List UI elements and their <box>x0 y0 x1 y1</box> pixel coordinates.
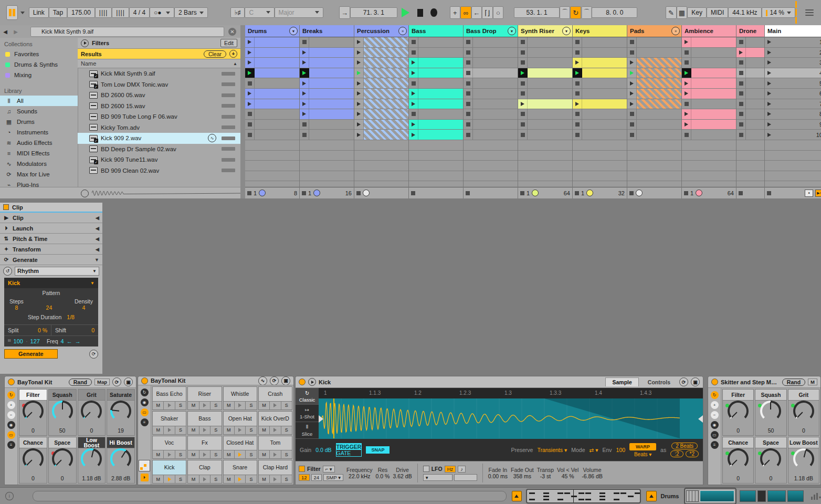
scene-launch-icon[interactable] <box>767 133 771 137</box>
knob[interactable] <box>760 448 781 469</box>
scene-slot[interactable]: 6 <box>765 89 821 99</box>
clip-launch-button[interactable] <box>409 109 418 119</box>
clip-launch-button[interactable] <box>518 78 528 88</box>
clip-slot[interactable] <box>518 99 572 110</box>
empty-slot[interactable] <box>409 151 463 161</box>
empty-slot[interactable] <box>409 161 463 171</box>
pad-solo-button[interactable]: S <box>246 450 256 458</box>
back-to-arrangement-button[interactable]: ← <box>471 6 482 19</box>
clip-slot[interactable] <box>627 58 681 68</box>
tab-controls[interactable]: Controls <box>641 378 677 386</box>
tab-sample[interactable]: Sample <box>605 377 638 386</box>
midi-overdub-button[interactable]: + <box>450 6 460 19</box>
file-row[interactable]: Kicky Tom.adv <box>78 122 240 133</box>
clip-slot[interactable] <box>682 120 736 130</box>
track-stop-icon[interactable] <box>247 191 251 195</box>
clip-launch-button[interactable] <box>409 68 418 78</box>
drum-pad-kick-overd[interactable]: Kick OverDMS <box>258 411 292 435</box>
hot-swap-icon[interactable]: ⟳ <box>679 377 688 386</box>
show-chains-icon[interactable]: ◉ <box>141 398 149 406</box>
pad-play-button[interactable] <box>270 475 281 483</box>
clip-launch-button[interactable] <box>627 109 637 119</box>
results-clear-button[interactable]: Clear <box>204 50 226 58</box>
play-button[interactable] <box>402 8 409 17</box>
track-dropdown-icon[interactable]: ▼ <box>508 27 516 35</box>
empty-slot[interactable] <box>354 140 408 151</box>
file-row[interactable]: Kick 909 2.wav∿ <box>78 133 240 144</box>
file-row[interactable]: Kick Mkit Synth 9.aif <box>78 68 240 79</box>
filter-toggle[interactable] <box>299 466 305 472</box>
clip-launch-button[interactable] <box>464 48 473 58</box>
empty-slot[interactable] <box>627 151 681 161</box>
filter-source-select[interactable]: SMP ▾ <box>323 474 343 481</box>
remove-macro-icon[interactable]: − <box>7 411 15 419</box>
mode-classic[interactable]: ↻Classic <box>296 388 319 405</box>
hot-swap-icon[interactable]: ⟳ <box>112 377 121 386</box>
empty-slot[interactable] <box>300 171 354 182</box>
clip-launch-button[interactable] <box>682 120 691 130</box>
clip-slot[interactable] <box>682 99 736 110</box>
sample-ruler[interactable]: 11.1.31.21.2.31.31.3.31.41.4.3 <box>319 388 703 398</box>
clip-slot[interactable] <box>573 99 627 110</box>
track-stop-icon[interactable] <box>684 191 688 195</box>
clip-tab[interactable]: Clip <box>0 203 102 213</box>
file-row[interactable]: BD 909 Tube Long F 06.wav <box>78 111 240 122</box>
clip-launch-button[interactable] <box>627 99 637 109</box>
clip-slot[interactable] <box>682 68 736 79</box>
pad-play-button[interactable] <box>199 450 210 458</box>
clip-slot[interactable] <box>682 89 736 99</box>
pad-mute-button[interactable]: M <box>224 475 235 483</box>
drum-pad-bass-echo[interactable]: Bass EchoMS <box>152 386 186 410</box>
file-row[interactable]: BD 909 Clean 02.wav <box>78 165 240 176</box>
clip-slot[interactable] <box>627 99 681 110</box>
track-header[interactable]: Breaks <box>300 25 354 37</box>
clip-launch-button[interactable] <box>736 109 746 119</box>
remove-macro-icon[interactable]: − <box>711 411 719 419</box>
clip-launch-button[interactable] <box>464 78 473 88</box>
scene-slot[interactable]: 9 <box>765 120 821 130</box>
clip-launch-button[interactable] <box>627 78 637 88</box>
clip-launch-button[interactable] <box>245 68 255 78</box>
pad-solo-button[interactable]: S <box>246 475 256 483</box>
clip-slot[interactable] <box>573 37 627 48</box>
clip-launch-button[interactable] <box>573 58 582 68</box>
clip-slot[interactable] <box>682 58 736 68</box>
macro-grit[interactable]: Grit0 <box>788 389 819 436</box>
scene-slot[interactable]: 10 <box>765 130 821 140</box>
clip-slot[interactable] <box>627 89 681 99</box>
show-devices-icon[interactable]: ≡ <box>141 418 149 426</box>
clip-slot[interactable] <box>464 109 518 120</box>
regenerate-icon[interactable]: ⟳ <box>89 350 98 359</box>
clip-launch-button[interactable] <box>573 99 582 109</box>
knob[interactable] <box>52 401 73 422</box>
clip-slot[interactable] <box>573 58 627 68</box>
pad-mute-button[interactable]: M <box>224 426 235 434</box>
sidebar-item-sounds[interactable]: ♫Sounds <box>0 106 78 117</box>
stop-all-clips-icon[interactable]: ▶≡ <box>815 190 821 197</box>
track-header[interactable]: Ambience <box>682 25 736 37</box>
clip-launch-button[interactable] <box>682 48 691 58</box>
clip-slot[interactable] <box>409 130 463 140</box>
scene-slot[interactable]: 3 <box>765 58 821 68</box>
clip-slot[interactable] <box>627 68 681 79</box>
clip-launch-button[interactable] <box>354 130 364 140</box>
sidebar-item-instruments[interactable]: ◔Instruments <box>0 127 78 138</box>
half-tempo-button[interactable]: :2 <box>670 450 683 457</box>
knob[interactable] <box>23 448 44 469</box>
lfo-shape-select[interactable]: ▾ <box>423 474 452 481</box>
rand-button[interactable]: Rand <box>69 379 92 386</box>
pad-play-button[interactable] <box>164 402 175 410</box>
clip-slot[interactable] <box>518 58 572 68</box>
pad-minimap[interactable] <box>139 460 150 471</box>
pad-solo-button[interactable]: S <box>210 475 221 483</box>
clip-launch-button[interactable] <box>518 99 528 109</box>
clip-launch-button[interactable] <box>627 48 637 58</box>
results-add-icon[interactable]: + <box>229 50 237 58</box>
show-chains-icon[interactable]: ◉ <box>7 421 15 429</box>
clip-launch-button[interactable] <box>682 78 691 88</box>
clip-slot[interactable] <box>300 48 354 58</box>
clip-slot[interactable] <box>464 37 518 48</box>
clip-slot[interactable] <box>682 37 736 48</box>
clip-slot[interactable] <box>736 78 764 89</box>
scene-slot[interactable]: 5 <box>765 78 821 89</box>
